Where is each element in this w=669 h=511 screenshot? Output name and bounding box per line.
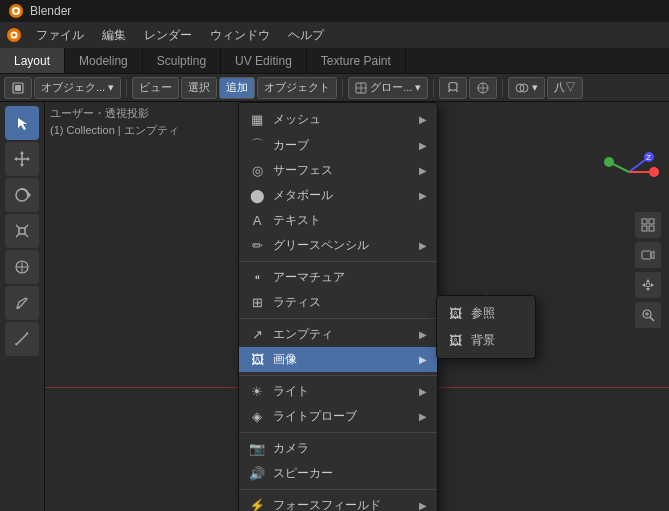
arrow-light-icon: ▶	[419, 386, 427, 397]
svg-marker-25	[27, 157, 30, 161]
menu-item-text[interactable]: A テキスト	[239, 208, 437, 233]
svg-rect-49	[642, 226, 647, 231]
divider2	[239, 318, 437, 319]
menu-item-lightprobe[interactable]: ◈ ライトプローブ ▶	[239, 404, 437, 429]
menu-item-camera[interactable]: 📷 カメラ	[239, 436, 437, 461]
overlay-btn[interactable]: ▾	[508, 77, 545, 99]
gizmo-svg: Z	[599, 142, 659, 202]
separator4	[502, 79, 503, 97]
menu-item-image[interactable]: 🖼 画像 ▶	[239, 347, 437, 372]
zoom-icon[interactable]	[635, 302, 661, 328]
curve-icon: ⌒	[249, 136, 265, 154]
rotate-tool-icon[interactable]	[5, 178, 39, 212]
menubar: ファイル 編集 レンダー ウィンドウ ヘルプ	[0, 22, 669, 48]
submenu-item-reference[interactable]: 🖼 参照	[437, 300, 535, 327]
text-icon: A	[249, 213, 265, 228]
grid-view-icon[interactable]	[635, 212, 661, 238]
empty-icon: ↗	[249, 327, 265, 342]
menu-help[interactable]: ヘルプ	[280, 25, 332, 46]
menu-item-lattice[interactable]: ⊞ ラティス	[239, 290, 437, 315]
transform-icon	[476, 81, 490, 95]
annotate-tool-icon[interactable]	[5, 286, 39, 320]
svg-marker-27	[28, 192, 31, 198]
menu-label-mesh: メッシュ	[273, 111, 321, 128]
perspective-label: ユーザー・透視投影	[50, 106, 179, 121]
select-tool-icon[interactable]	[5, 106, 39, 140]
menu-item-metaball[interactable]: ⬤ メタボール ▶	[239, 183, 437, 208]
arrow-surface-icon: ▶	[419, 165, 427, 176]
background-icon: 🖼	[447, 333, 463, 348]
menu-label-grease: グリースペンシル	[273, 237, 369, 254]
menu-label-light: ライト	[273, 383, 309, 400]
svg-point-46	[604, 157, 614, 167]
menu-label-lightprobe: ライトプローブ	[273, 408, 357, 425]
surface-icon: ◎	[249, 163, 265, 178]
object-btn[interactable]: オブジェクト	[257, 77, 337, 99]
tab-layout[interactable]: Layout	[0, 48, 65, 73]
image-icon: 🖼	[249, 352, 265, 367]
move-tool-icon[interactable]	[5, 142, 39, 176]
tab-modeling[interactable]: Modeling	[65, 48, 143, 73]
measure-tool-icon[interactable]	[5, 322, 39, 356]
menu-item-forcefield[interactable]: ⚡ フォースフィールド ▶	[239, 493, 437, 511]
svg-rect-7	[15, 85, 21, 91]
arrow-curve-icon: ▶	[419, 140, 427, 151]
viewport-gizmo: Z	[599, 142, 659, 202]
menu-item-empty[interactable]: ↗ エンプティ ▶	[239, 322, 437, 347]
transform-tool-icon[interactable]	[5, 250, 39, 284]
svg-marker-52	[651, 251, 654, 259]
svg-rect-48	[649, 219, 654, 224]
mode-icon-btn[interactable]	[4, 77, 32, 99]
divider5	[239, 489, 437, 490]
menu-edit[interactable]: 編集	[94, 25, 134, 46]
arrow-image-icon: ▶	[419, 354, 427, 365]
menu-item-speaker[interactable]: 🔊 スピーカー	[239, 461, 437, 486]
overlay-icon	[515, 81, 529, 95]
tab-uv-editing[interactable]: UV Editing	[221, 48, 307, 73]
camera-view-icon[interactable]	[635, 242, 661, 268]
annotate-icon	[13, 294, 31, 312]
menu-item-grease[interactable]: ✏ グリースペンシル ▶	[239, 233, 437, 258]
menu-label-armature: アーマチュア	[273, 269, 345, 286]
pan-icon[interactable]	[635, 272, 661, 298]
menu-item-surface[interactable]: ◎ サーフェス ▶	[239, 158, 437, 183]
mode-icon	[11, 81, 25, 95]
svg-line-31	[16, 234, 19, 237]
add-btn[interactable]: 追加	[219, 77, 255, 99]
arrow-mesh-icon: ▶	[419, 114, 427, 125]
mode-select-btn[interactable]: オブジェク... ▾	[34, 77, 121, 99]
menu-render[interactable]: レンダー	[136, 25, 200, 46]
menu-window[interactable]: ウィンドウ	[202, 25, 278, 46]
magnet-btn[interactable]	[439, 77, 467, 99]
menu-item-light[interactable]: ☀ ライト ▶	[239, 379, 437, 404]
submenu-label-reference: 参照	[471, 305, 495, 322]
svg-point-44	[649, 167, 659, 177]
lattice-icon: ⊞	[249, 295, 265, 310]
select-btn[interactable]: 選択	[181, 77, 217, 99]
cursor-icon	[13, 114, 31, 132]
menu-item-mesh[interactable]: ▦ メッシュ ▶	[239, 107, 437, 132]
transform-btn[interactable]	[469, 77, 497, 99]
divider3	[239, 375, 437, 376]
measure-icon	[13, 330, 31, 348]
menu-item-curve[interactable]: ⌒ カーブ ▶	[239, 132, 437, 158]
arrow-forcefield-icon: ▶	[419, 500, 427, 511]
toolbar-row: オブジェク... ▾ ビュー 選択 追加 オブジェクト グロー... ▾	[0, 74, 669, 102]
collection-label: (1) Collection | エンプティ	[50, 123, 179, 138]
svg-rect-51	[642, 251, 651, 259]
submenu-item-background[interactable]: 🖼 背景	[437, 327, 535, 354]
menu-file[interactable]: ファイル	[28, 25, 92, 46]
menu-label-text: テキスト	[273, 212, 321, 229]
view-btn[interactable]: ビュー	[132, 77, 179, 99]
tab-sculpting[interactable]: Sculpting	[143, 48, 221, 73]
submenu-label-background: 背景	[471, 332, 495, 349]
menu-item-armature[interactable]: ⁌ アーマチュア	[239, 265, 437, 290]
tab-texture-paint[interactable]: Texture Paint	[307, 48, 406, 73]
shading-btn[interactable]: 八▽	[547, 77, 583, 99]
titlebar-title: Blender	[30, 4, 71, 18]
magnet-icon	[446, 81, 460, 95]
titlebar: Blender	[0, 0, 669, 22]
scale-tool-icon[interactable]	[5, 214, 39, 248]
grease-icon: ✏	[249, 238, 265, 253]
global-btn[interactable]: グロー... ▾	[348, 77, 428, 99]
